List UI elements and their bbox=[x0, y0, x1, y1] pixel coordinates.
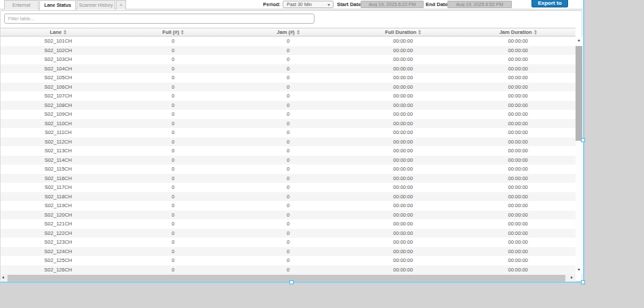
scroll-left-icon[interactable] bbox=[2, 276, 4, 279]
period-label: Period: bbox=[263, 1, 281, 7]
table-row[interactable]: S02_102CH0000:00:0000:00:00 bbox=[1, 46, 576, 56]
table-row[interactable]: S02_115CH0000:00:0000:00:00 bbox=[1, 164, 576, 174]
table-row[interactable]: S02_124CH0000:00:0000:00:00 bbox=[1, 247, 576, 257]
table-row[interactable]: S02_123CH0000:00:0000:00:00 bbox=[1, 238, 576, 247]
table-row[interactable]: S02_110CH0000:00:0000:00:00 bbox=[1, 119, 576, 129]
table-row[interactable]: S02_112CH0000:00:0000:00:00 bbox=[1, 137, 576, 147]
table-cell: 00:00:00 bbox=[346, 238, 461, 247]
table-row[interactable]: S02_114CH0000:00:0000:00:00 bbox=[1, 156, 576, 165]
table-row[interactable]: S02_113CH0000:00:0000:00:00 bbox=[1, 146, 576, 156]
table-cell: 0 bbox=[116, 73, 231, 83]
table-cell: 0 bbox=[230, 229, 346, 238]
table-cell: 0 bbox=[230, 146, 346, 156]
table-cell: 00:00:00 bbox=[460, 119, 576, 129]
column-label: Full (#) bbox=[163, 29, 180, 35]
table-cell: 0 bbox=[116, 137, 231, 147]
table-row[interactable]: S02_116CH0000:00:0000:00:00 bbox=[1, 174, 576, 183]
column-header[interactable]: Lane bbox=[1, 28, 116, 36]
table-cell: 0 bbox=[230, 137, 346, 147]
table-cell: 0 bbox=[116, 128, 231, 137]
table-cell: S02_103CH bbox=[1, 55, 116, 64]
table-cell: 0 bbox=[230, 37, 346, 46]
vertical-scrollbar-thumb[interactable] bbox=[576, 46, 582, 141]
table-cell: 00:00:00 bbox=[460, 55, 576, 64]
column-header[interactable]: Jam (#) bbox=[230, 28, 346, 36]
table-row[interactable]: S02_120CH0000:00:0000:00:00 bbox=[1, 211, 576, 220]
column-header[interactable]: Jam Duration bbox=[460, 28, 576, 36]
table-cell: 00:00:00 bbox=[460, 128, 576, 137]
table-cell: 00:00:00 bbox=[346, 55, 461, 64]
table-cell: 00:00:00 bbox=[346, 137, 461, 147]
table-cell: 0 bbox=[116, 37, 231, 46]
column-label: Jam (#) bbox=[277, 29, 294, 35]
sort-icon bbox=[534, 30, 537, 35]
table-cell: 00:00:00 bbox=[460, 229, 576, 238]
table-row[interactable]: S02_119CH0000:00:0000:00:00 bbox=[1, 201, 576, 211]
table-cell: 00:00:00 bbox=[460, 137, 576, 147]
table-cell: 0 bbox=[230, 164, 346, 174]
table-row[interactable]: S02_107CH0000:00:0000:00:00 bbox=[1, 91, 576, 101]
table-cell: 00:00:00 bbox=[346, 110, 461, 119]
table-body: S02_101CH0000:00:0000:00:00S02_102CH0000… bbox=[1, 37, 576, 274]
period-select[interactable]: Past 30 Min bbox=[283, 1, 334, 8]
horizontal-scrollbar-thumb[interactable] bbox=[7, 275, 565, 282]
table-row[interactable]: S02_104CH0000:00:0000:00:00 bbox=[1, 64, 576, 74]
table-cell: 0 bbox=[116, 229, 231, 238]
scroll-right-icon[interactable] bbox=[571, 276, 573, 279]
table-cell: 00:00:00 bbox=[460, 156, 576, 165]
table-cell: S02_108CH bbox=[1, 101, 116, 110]
table-cell: 0 bbox=[230, 183, 346, 192]
table-row[interactable]: S02_117CH0000:00:0000:00:00 bbox=[1, 183, 576, 192]
table-cell: 00:00:00 bbox=[460, 146, 576, 156]
table-row[interactable]: S02_126CH0000:00:0000:00:00 bbox=[1, 265, 576, 275]
resize-handle-bottom[interactable] bbox=[289, 280, 294, 284]
table-row[interactable]: S02_121CH0000:00:0000:00:00 bbox=[1, 219, 576, 229]
table-row[interactable]: S02_105CH0000:00:0000:00:00 bbox=[1, 73, 576, 83]
table-cell: 0 bbox=[230, 174, 346, 183]
end-date-label: End Date: bbox=[426, 1, 449, 7]
chevron-down-icon bbox=[327, 4, 330, 6]
start-date-label: Start Date: bbox=[337, 1, 363, 7]
sort-icon bbox=[297, 30, 300, 35]
table-row[interactable]: S02_109CH0000:00:0000:00:00 bbox=[1, 110, 576, 119]
table-cell: 0 bbox=[116, 164, 231, 174]
export-csv-button[interactable]: Export to CSV bbox=[531, 0, 568, 7]
table-cell: 0 bbox=[230, 119, 346, 129]
table-row[interactable]: S02_101CH0000:00:0000:00:00 bbox=[1, 37, 576, 46]
table-cell: 0 bbox=[116, 146, 231, 156]
table-cell: 0 bbox=[230, 201, 346, 211]
table-cell: 00:00:00 bbox=[346, 37, 461, 46]
table-cell: 0 bbox=[116, 46, 231, 56]
table-cell: 00:00:00 bbox=[346, 256, 461, 265]
table-row[interactable]: S02_118CH0000:00:0000:00:00 bbox=[1, 192, 576, 202]
table-cell: 0 bbox=[230, 73, 346, 83]
table-cell: S02_119CH bbox=[1, 201, 116, 211]
vertical-scrollbar[interactable] bbox=[576, 37, 582, 273]
table-cell: 0 bbox=[116, 55, 231, 64]
table-cell: S02_114CH bbox=[1, 156, 116, 165]
table-cell: 00:00:00 bbox=[346, 265, 461, 275]
column-header[interactable]: Full (#) bbox=[116, 28, 231, 36]
table-row[interactable]: S02_108CH0000:00:0000:00:00 bbox=[1, 101, 576, 110]
table-row[interactable]: S02_122CH0000:00:0000:00:00 bbox=[1, 229, 576, 238]
table-cell: 00:00:00 bbox=[460, 219, 576, 229]
end-date-input bbox=[447, 1, 512, 8]
scroll-up-icon[interactable] bbox=[578, 39, 580, 41]
table-cell: 00:00:00 bbox=[460, 211, 576, 220]
resize-handle-corner[interactable] bbox=[581, 280, 585, 284]
table-cell: 00:00:00 bbox=[346, 128, 461, 137]
filter-input[interactable] bbox=[4, 14, 315, 24]
table-cell: 00:00:00 bbox=[346, 91, 461, 101]
scroll-down-icon[interactable] bbox=[578, 269, 580, 271]
column-header[interactable]: Full Duration bbox=[346, 28, 461, 36]
table-row[interactable]: S02_106CH0000:00:0000:00:00 bbox=[1, 83, 576, 92]
table-cell: 0 bbox=[230, 46, 346, 56]
table-row[interactable]: S02_103CH0000:00:0000:00:00 bbox=[1, 55, 576, 64]
table-cell: S02_123CH bbox=[1, 238, 116, 247]
resize-handle-right[interactable] bbox=[581, 138, 585, 142]
table-cell: 00:00:00 bbox=[460, 265, 576, 275]
table-cell: S02_107CH bbox=[1, 91, 116, 101]
table-row[interactable]: S02_125CH0000:00:0000:00:00 bbox=[1, 256, 576, 265]
table-cell: S02_113CH bbox=[1, 146, 116, 156]
table-row[interactable]: S02_111CH0000:00:0000:00:00 bbox=[1, 128, 576, 137]
